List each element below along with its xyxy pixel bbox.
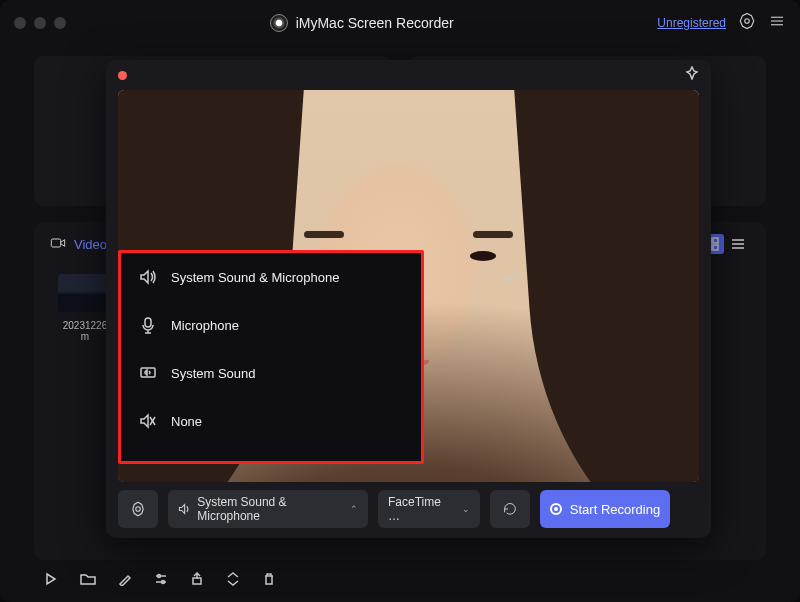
audio-source-selector[interactable]: System Sound & Microphone ⌃ — [168, 490, 368, 528]
audio-option-label: System Sound — [171, 366, 256, 381]
app-title: iMyMac Screen Recorder — [66, 14, 657, 32]
chevron-up-icon: ⌃ — [350, 504, 358, 514]
unregistered-link[interactable]: Unregistered — [657, 16, 726, 30]
svg-rect-21 — [141, 368, 155, 377]
svg-marker-0 — [740, 14, 754, 29]
record-icon — [550, 503, 562, 515]
audio-option-label: Microphone — [171, 318, 239, 333]
sliders-icon[interactable] — [154, 572, 168, 590]
file-thumbnail — [58, 274, 112, 312]
titlebar: iMyMac Screen Recorder Unregistered — [0, 0, 800, 46]
folder-icon[interactable] — [80, 572, 96, 590]
app-logo-icon — [270, 14, 288, 32]
library-tab-label[interactable]: Video — [74, 237, 107, 252]
compress-icon[interactable] — [226, 572, 240, 590]
edit-icon[interactable] — [118, 572, 132, 590]
audio-option-microphone[interactable]: Microphone — [121, 301, 421, 349]
camera-selector-label: FaceTime … — [388, 495, 456, 523]
chevron-down-icon: ⌄ — [462, 504, 470, 514]
audio-source-label: System Sound & Microphone — [197, 495, 344, 523]
svg-rect-7 — [713, 238, 718, 243]
play-icon[interactable] — [44, 572, 58, 590]
audio-menu: System Sound & Microphone Microphone Sys… — [118, 250, 424, 464]
audio-option-label: None — [171, 414, 202, 429]
svg-point-19 — [136, 507, 141, 512]
start-recording-button[interactable]: Start Recording — [540, 490, 670, 528]
system-sound-icon — [139, 364, 157, 382]
bottom-toolbar — [0, 560, 800, 602]
menu-icon[interactable] — [768, 12, 786, 34]
start-recording-label: Start Recording — [570, 502, 660, 517]
svg-rect-20 — [145, 318, 151, 327]
speaker-loud-icon — [139, 268, 157, 286]
audio-option-label: System Sound & Microphone — [171, 270, 339, 285]
svg-marker-18 — [133, 502, 144, 516]
audio-option-system-sound[interactable]: System Sound — [121, 349, 421, 397]
window-traffic-lights[interactable] — [14, 17, 66, 29]
microphone-icon — [139, 316, 157, 334]
close-icon[interactable] — [118, 71, 127, 80]
check-icon — [501, 269, 519, 287]
svg-point-1 — [745, 19, 750, 24]
audio-option-none[interactable]: None — [121, 397, 421, 445]
preview-controls: System Sound & Microphone ⌃ FaceTime … ⌄… — [106, 490, 711, 538]
svg-rect-5 — [51, 239, 60, 247]
settings-icon[interactable] — [738, 12, 756, 34]
camera-selector[interactable]: FaceTime … ⌄ — [378, 490, 480, 528]
list-view-button[interactable] — [726, 234, 750, 254]
reset-button[interactable] — [490, 490, 530, 528]
app-title-text: iMyMac Screen Recorder — [296, 15, 454, 31]
svg-rect-9 — [713, 245, 718, 250]
camera-icon — [50, 237, 66, 252]
preview-settings-button[interactable] — [118, 490, 158, 528]
audio-option-system-and-mic[interactable]: System Sound & Microphone — [121, 253, 421, 301]
share-icon[interactable] — [190, 572, 204, 590]
pin-icon[interactable] — [685, 66, 699, 84]
trash-icon[interactable] — [262, 572, 276, 590]
mute-icon — [139, 412, 157, 430]
